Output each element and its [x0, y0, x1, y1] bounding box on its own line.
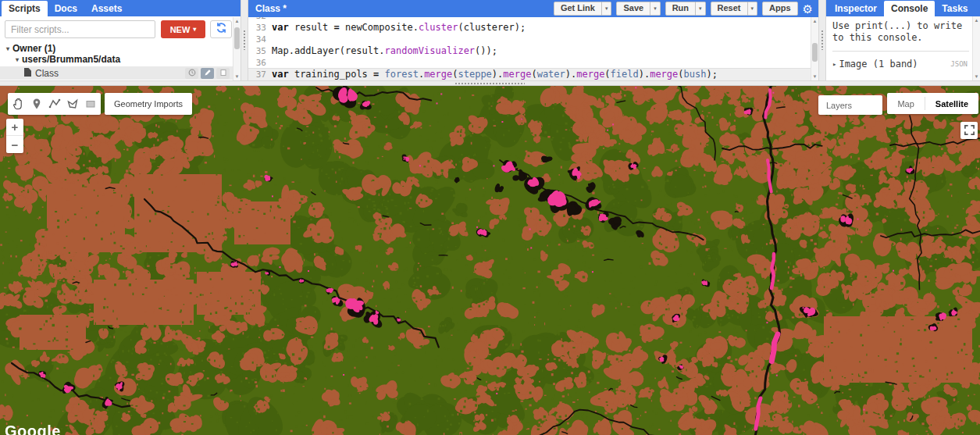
new-button[interactable]: NEW ▾ [161, 20, 205, 38]
reset-group: Reset ▾ [711, 2, 757, 16]
square-icon [219, 68, 227, 79]
script-item-label: Class [35, 68, 59, 79]
rename-button[interactable] [201, 68, 214, 79]
editor-scrollbar[interactable]: ▲ ▼ [811, 17, 818, 80]
divider [832, 51, 969, 52]
owner-label: Owner (1) [12, 43, 55, 54]
filter-scripts-input[interactable] [5, 20, 155, 38]
splitter-grip [821, 30, 825, 50]
splitter-right[interactable] [818, 0, 826, 80]
map-region: Geometry Imports + − Layers Map Satellit… [0, 86, 980, 435]
code-editor-panel: Class * Get Link ▾ Save ▾ Run ▾ Reset ▾ … [248, 0, 818, 80]
code-line-active[interactable]: 37var training_pols = forest.merge(stepp… [248, 69, 811, 80]
splitter-left[interactable] [241, 0, 248, 80]
rectangle-tool-icon[interactable] [82, 94, 98, 113]
caret-down-icon: ▾ [193, 26, 196, 33]
history-button[interactable] [185, 68, 198, 79]
geometry-toolbar [8, 93, 101, 115]
get-link-button[interactable]: Get Link [554, 2, 602, 16]
scroll-down-icon[interactable]: ▼ [233, 73, 241, 80]
code-line[interactable]: 36 [248, 57, 811, 69]
tab-scripts[interactable]: Scripts [2, 1, 48, 16]
scroll-down-icon[interactable]: ▼ [811, 73, 818, 80]
console-hint: Use print(...) to write to this console. [832, 20, 967, 44]
folder-label: users/Brumman5/data [22, 54, 120, 65]
console-entry-label: Image (1 band) [839, 59, 918, 70]
apps-button[interactable]: Apps [762, 2, 798, 16]
zoom-out-button[interactable]: − [6, 136, 23, 153]
scripts-scrollbar[interactable]: ▲ ▼ [233, 17, 241, 80]
collapse-icon[interactable]: ▾ [6, 45, 9, 52]
run-caret[interactable]: ▾ [696, 2, 706, 16]
file-icon [24, 68, 31, 79]
save-button[interactable]: Save [616, 2, 650, 16]
tab-tasks[interactable]: Tasks [935, 1, 975, 16]
console-entry-image[interactable]: ▸ Image (1 band) JSON [832, 59, 972, 70]
code-line[interactable]: 33var result = newComposite.cluster(clus… [248, 22, 811, 34]
zoom-in-button[interactable]: + [6, 119, 23, 136]
tab-assets[interactable]: Assets [84, 1, 129, 16]
google-attribution: Google [5, 423, 61, 435]
tab-docs[interactable]: Docs [48, 1, 84, 16]
editor-header: Class * Get Link ▾ Save ▾ Run ▾ Reset ▾ … [248, 0, 818, 17]
left-tabbar: Scripts Docs Assets [0, 0, 241, 16]
scroll-down-icon[interactable]: ▼ [973, 73, 980, 80]
code-line[interactable]: 34 [248, 34, 811, 45]
pan-hand-icon[interactable] [10, 94, 27, 113]
script-item-actions [185, 68, 230, 79]
fullscreen-icon [964, 124, 975, 137]
line-tool-icon[interactable] [46, 94, 62, 113]
scroll-thumb[interactable] [812, 43, 818, 62]
tree-node-owner[interactable]: ▾ Owner (1) [0, 43, 233, 54]
map-type-map[interactable]: Map [887, 93, 924, 114]
get-link-caret[interactable]: ▾ [602, 2, 612, 16]
scroll-up-icon[interactable]: ▲ [811, 17, 818, 25]
scroll-thumb[interactable] [234, 27, 240, 49]
map-type-satellite[interactable]: Satellite [925, 93, 978, 114]
scroll-up-icon[interactable]: ▲ [973, 16, 980, 24]
scripts-panel: Scripts Docs Assets NEW ▾ ▾ Owner (1) ▾ … [0, 0, 241, 80]
tree-node-folder[interactable]: ▾ users/Brumman5/data [0, 54, 233, 65]
polygon-tool-icon[interactable] [64, 94, 80, 113]
new-button-label: NEW [170, 25, 191, 34]
placemark-icon[interactable] [28, 94, 45, 113]
zoom-control: + − [6, 119, 23, 153]
splitter-grip [454, 82, 525, 85]
reset-caret[interactable]: ▾ [748, 2, 758, 16]
layers-button[interactable]: Layers [818, 95, 882, 115]
editor-toolbar: Get Link ▾ Save ▾ Run ▾ Reset ▾ Apps ⚙ [554, 2, 818, 16]
console-output: Use print(...) to write to this console.… [826, 16, 972, 80]
refresh-button[interactable] [210, 20, 232, 38]
code-area[interactable]: 32 33var result = newComposite.cluster(c… [248, 17, 811, 80]
script-item-class[interactable]: Class [0, 66, 233, 80]
run-button[interactable]: Run [665, 2, 696, 16]
fullscreen-button[interactable] [960, 122, 978, 139]
expand-icon[interactable]: ▸ [832, 60, 836, 68]
json-link[interactable]: JSON [950, 60, 968, 68]
map-canvas[interactable] [0, 86, 980, 435]
scripts-tree: ▾ Owner (1) ▾ users/Brumman5/data Class [0, 43, 233, 84]
tab-inspector[interactable]: Inspector [828, 1, 884, 16]
code-line[interactable]: 35Map.addLayer(result.randomVisualizer()… [248, 45, 811, 57]
reset-button[interactable]: Reset [711, 2, 748, 16]
save-group: Save ▾ [616, 2, 660, 16]
clock-icon [188, 68, 196, 79]
splitter-grip [243, 30, 247, 50]
right-tabbar: Inspector Console Tasks [826, 0, 980, 16]
console-scrollbar[interactable]: ▲ ▼ [972, 16, 980, 80]
geometry-imports-button[interactable]: Geometry Imports [105, 93, 192, 115]
scroll-up-icon[interactable]: ▲ [233, 17, 241, 25]
splitter-horizontal[interactable] [0, 80, 980, 86]
get-link-group: Get Link ▾ [554, 2, 612, 16]
console-panel: Inspector Console Tasks Use print(...) t… [826, 0, 980, 80]
save-caret[interactable]: ▾ [650, 2, 661, 16]
gear-icon[interactable]: ⚙ [803, 3, 813, 15]
map-type-control: Map Satellite [887, 93, 978, 114]
refresh-icon [216, 22, 227, 37]
collapse-icon[interactable]: ▾ [16, 56, 19, 63]
pencil-icon [204, 68, 212, 79]
run-group: Run ▾ [665, 2, 706, 16]
script-title: Class * [248, 3, 287, 14]
delete-button[interactable] [216, 68, 230, 79]
tab-console[interactable]: Console [884, 1, 935, 16]
